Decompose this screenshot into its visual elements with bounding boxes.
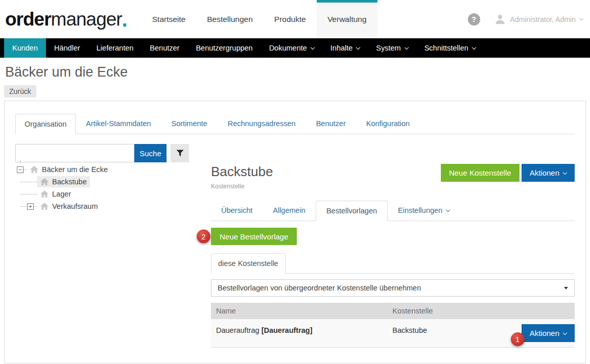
menubar-lieferanten[interactable]: Lieferanten (88, 38, 142, 58)
app-window: ordermanager. Startseite Bestellungen Pr… (0, 0, 590, 364)
cell-template-name: Dauerauftrag[Dauerauftrag] (211, 319, 387, 347)
main-panel: Organisation Artikel-Stammdaten Sortimen… (4, 101, 586, 363)
tree-label: Bäcker um die Ecke (42, 165, 108, 174)
filter-button[interactable] (171, 144, 189, 162)
primary-nav: Startseite Bestellungen Produkte Verwalt… (141, 0, 377, 38)
menubar-system-label: System (376, 44, 400, 52)
nav-produkte[interactable]: Produkte (264, 0, 317, 38)
org-sidebar: Suche − (15, 144, 189, 348)
tree-node-lager-label[interactable]: Lager (37, 188, 74, 200)
tree-node-verkaufsraum-label[interactable]: Verkaufsraum (37, 201, 101, 212)
scope-tab-diese-kostenstelle[interactable]: diese Kostenstelle (211, 253, 286, 274)
select-dropdown-arrow-icon (564, 287, 568, 289)
menubar-dokumente-label: Dokumente (269, 44, 307, 52)
chevron-down-icon (404, 45, 408, 50)
new-order-template-button[interactable]: Neue Bestellvorlage (211, 228, 297, 245)
select-value: Bestellvorlagen von übergeordneter Koste… (218, 284, 421, 292)
new-template-row: 2 Neue Bestellvorlage (211, 228, 297, 245)
nav-bestellungen[interactable]: Bestellungen (196, 0, 264, 38)
tab-konfiguration[interactable]: Konfiguration (356, 114, 420, 134)
user-menu[interactable]: Administrator, Admin (494, 14, 583, 25)
back-button[interactable]: Zurück (4, 85, 36, 98)
template-scope-tabs: diese Kostenstelle (211, 253, 575, 274)
tree-node-verkaufsraum: + Verkaufsraum (15, 200, 189, 212)
row-actions: 1 Aktionen (522, 324, 575, 342)
cost-center-detail: Backstube Kostenstelle Neue Kostenstelle… (211, 144, 575, 348)
home-icon (40, 190, 49, 198)
tree-connector-dash (20, 182, 37, 182)
row-actions-dropdown-button[interactable]: Aktionen (522, 324, 575, 342)
column-header-name: Name (211, 303, 387, 319)
tree-connector-dash (20, 206, 27, 207)
inherit-templates-select[interactable]: Bestellvorlagen von übergeordneter Koste… (211, 279, 575, 297)
menubar-dokumente[interactable]: Dokumente (261, 38, 322, 58)
logo-text-bold: order (5, 9, 51, 30)
cost-center-title: Backstube (211, 164, 273, 179)
new-cost-center-button[interactable]: Neue Kostenstelle (441, 164, 520, 182)
tree-node-lager: Lager (15, 188, 189, 200)
cell-cost-center: Backstube (387, 319, 494, 347)
logo-text-light: manager (51, 9, 122, 30)
menubar-schnittstellen[interactable]: Schnittstellen (416, 38, 484, 58)
order-templates-table: Name Kostenstelle Dauerauftrag[Dauerauft… (211, 303, 575, 348)
menubar-kunden[interactable]: Kunden (4, 38, 46, 58)
subtab-einstellungen-label: Einstellungen (398, 206, 442, 214)
menubar-benutzer[interactable]: Benutzer (141, 38, 187, 58)
tab-rechnungsadressen[interactable]: Rechnungsadressen (218, 114, 306, 134)
nav-startseite[interactable]: Startseite (141, 0, 196, 38)
actions-dropdown-button[interactable]: Aktionen (522, 164, 575, 182)
table-header-row: Name Kostenstelle (211, 303, 575, 319)
funnel-icon (176, 150, 184, 157)
tree-label: Verkaufsraum (52, 202, 98, 210)
tree-connector-dash (20, 194, 37, 195)
subtab-einstellungen[interactable]: Einstellungen (388, 201, 460, 221)
menubar-schnittstellen-label: Schnittstellen (424, 44, 468, 52)
tree-node-root: − Bäcker um die Ecke (15, 163, 189, 176)
tree-connector-dash (34, 206, 37, 207)
help-icon[interactable]: ? (468, 13, 480, 26)
tab-artikel-stammdaten[interactable]: Artikel-Stammdaten (76, 114, 161, 134)
tree-node-root-label[interactable]: Bäcker um die Ecke (27, 164, 111, 175)
subtab-bestellvorlagen[interactable]: Bestellvorlagen (316, 201, 388, 221)
chevron-down-icon (563, 171, 567, 175)
menubar-system[interactable]: System (368, 38, 416, 58)
detail-buttons: Neue Kostenstelle Aktionen (441, 164, 575, 190)
user-name: Administrator, Admin (510, 15, 576, 23)
app-logo[interactable]: ordermanager. (5, 0, 127, 38)
menubar-haendler[interactable]: Händler (46, 38, 88, 58)
tab-benutzer[interactable]: Benutzer (306, 114, 356, 134)
template-name: Dauerauftrag (216, 326, 259, 334)
annotation-badge-1: 1 (511, 332, 525, 346)
collapse-node-icon[interactable]: − (17, 166, 23, 173)
customer-tabstrip: Organisation Artikel-Stammdaten Sortimen… (15, 114, 575, 134)
menubar-inhalte[interactable]: Inhalte (322, 38, 368, 58)
expand-node-icon[interactable]: + (27, 203, 34, 210)
search-row: Suche (15, 144, 189, 162)
tree-label: Backstube (52, 178, 87, 186)
actions-label: Aktionen (530, 168, 559, 177)
menubar-inhalte-label: Inhalte (331, 44, 353, 52)
search-input[interactable] (15, 144, 134, 162)
home-icon (30, 166, 38, 173)
detail-subtabs: Übersicht Allgemein Bestellvorlagen Eins… (211, 201, 575, 221)
tree-node-backstube-label[interactable]: Backstube (37, 176, 90, 187)
tree-node-backstube: Backstube (15, 176, 189, 188)
chevron-down-icon (356, 45, 360, 50)
search-button[interactable]: Suche (134, 144, 167, 162)
subtab-allgemein[interactable]: Allgemein (263, 201, 316, 221)
home-icon (40, 178, 49, 185)
tab-organisation[interactable]: Organisation (15, 114, 76, 134)
chevron-down-icon (579, 16, 583, 20)
detail-title-block: Backstube Kostenstelle (211, 164, 273, 190)
row-actions-label: Aktionen (530, 329, 559, 337)
cost-center-subtitle: Kostenstelle (211, 183, 273, 190)
table-row: Dauerauftrag[Dauerauftrag] Backstube 1 A… (211, 319, 575, 347)
detail-header: Backstube Kostenstelle Neue Kostenstelle… (211, 164, 575, 190)
chevron-down-icon (311, 45, 315, 50)
tab-sortimente[interactable]: Sortimente (161, 114, 218, 134)
subtab-uebersicht[interactable]: Übersicht (211, 201, 263, 221)
person-icon (494, 14, 506, 25)
menubar-benutzergruppen[interactable]: Benutzergruppen (187, 38, 261, 58)
nav-verwaltung[interactable]: Verwaltung (317, 0, 377, 38)
app-header: ordermanager. Startseite Bestellungen Pr… (0, 0, 590, 38)
